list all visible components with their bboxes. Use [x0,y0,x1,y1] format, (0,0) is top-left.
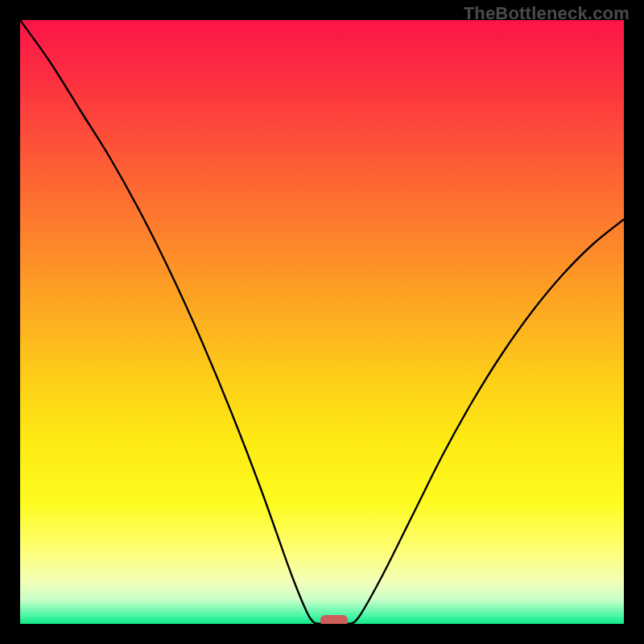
gradient-background [20,20,624,624]
watermark-text: TheBottleneck.com [464,3,630,24]
chart-frame: TheBottleneck.com [0,0,644,644]
optimal-marker [320,615,348,624]
bottleneck-chart [20,20,624,624]
plot-area [20,20,624,624]
